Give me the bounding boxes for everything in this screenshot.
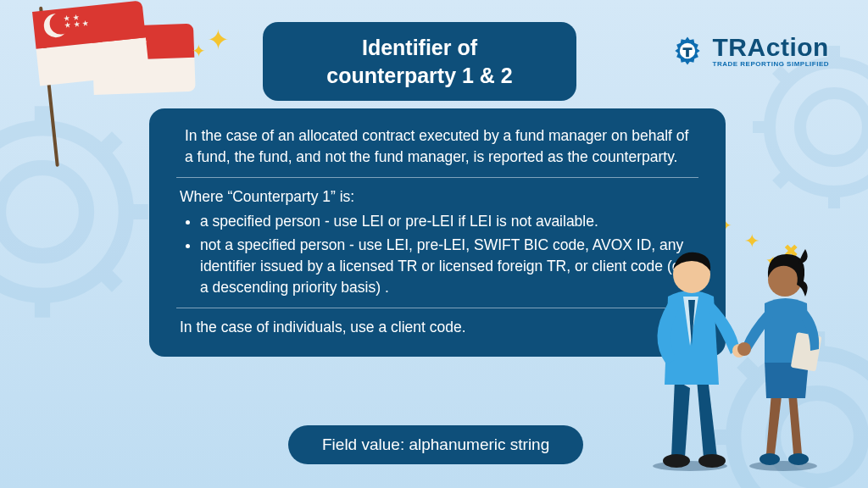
svg-point-10 xyxy=(698,454,726,468)
bullet-item: a specified person - use LEI or pre-LEI … xyxy=(200,211,695,232)
handshake-illustration-icon xyxy=(631,219,834,473)
svg-point-0 xyxy=(0,168,86,256)
slide-title: Identifier of counterparty 1 & 2 xyxy=(263,22,576,101)
where-line: Where “Counterparty 1” is: xyxy=(180,186,695,208)
svg-point-2 xyxy=(800,93,868,161)
traction-logo: TRAction TRADE REPORTING SIMPLIFIED xyxy=(669,32,829,69)
sparkle-icon: ✦ xyxy=(192,41,206,61)
field-value-pill: Field value: alphanumeric string xyxy=(288,425,583,464)
intro-paragraph: In the case of an allocated contract exe… xyxy=(180,125,695,169)
svg-point-15 xyxy=(788,453,809,465)
divider xyxy=(176,308,698,308)
title-line2: counterparty 1 & 2 xyxy=(283,62,556,90)
svg-point-14 xyxy=(760,453,780,465)
svg-point-9 xyxy=(663,454,690,468)
svg-point-16 xyxy=(737,342,751,356)
logo-gear-icon xyxy=(669,32,706,69)
individuals-paragraph: In the case of individuals, use a client… xyxy=(180,317,695,338)
divider xyxy=(176,177,698,178)
singapore-flag-icon: ★ ★★ ★ ★ ★ ★★ ★ ★ xyxy=(15,7,159,159)
bullet-item: not a specified person - use LEI, pre-LE… xyxy=(200,235,695,299)
logo-tagline: TRADE REPORTING SIMPLIFIED xyxy=(713,60,829,68)
sparkle-icon: ✦ xyxy=(207,24,230,56)
logo-name: TRAction xyxy=(713,35,829,60)
title-line1: Identifier of xyxy=(283,34,556,62)
